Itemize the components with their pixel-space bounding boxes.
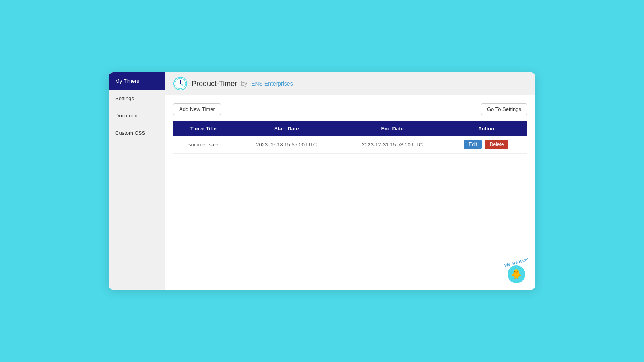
sidebar: My Timers Settings Document Custom CSS	[109, 72, 165, 290]
content-area: Add New Timer Go To Settings Timer Title…	[165, 95, 535, 290]
sidebar-item-document[interactable]: Document	[109, 107, 165, 124]
app-window: My Timers Settings Document Custom CSS	[109, 72, 535, 290]
chat-avatar[interactable]: 🐥	[508, 265, 525, 283]
cell-action: Edit Delete	[445, 136, 527, 154]
col-timer-title: Timer Title	[173, 121, 233, 136]
main-content: Product-Timer by ENS Enterprises Add New…	[165, 72, 535, 290]
timers-table: Timer Title Start Date End Date Action s…	[173, 121, 527, 154]
go-to-settings-button[interactable]: Go To Settings	[481, 103, 527, 115]
col-end-date: End Date	[339, 121, 445, 136]
window-layout: My Timers Settings Document Custom CSS	[109, 72, 535, 290]
table-row: summer sale 2023-05-18 15:55:00 UTC 2023…	[173, 136, 527, 154]
sidebar-item-my-timers[interactable]: My Timers	[109, 72, 165, 90]
cell-end-date: 2023-12-31 15:53:00 UTC	[339, 136, 445, 154]
chat-duck-icon: 🐥	[511, 269, 522, 280]
header: Product-Timer by ENS Enterprises	[165, 72, 535, 95]
col-action: Action	[445, 121, 527, 136]
clock-icon	[173, 76, 188, 91]
chat-widget[interactable]: We Are Here! 🐥	[504, 260, 529, 283]
add-new-timer-button[interactable]: Add New Timer	[173, 103, 221, 115]
sidebar-item-settings[interactable]: Settings	[109, 90, 165, 107]
header-brand: ENS Enterprises	[251, 80, 293, 87]
app-title: Product-Timer	[192, 80, 237, 88]
cell-title: summer sale	[173, 136, 233, 154]
table-header-row: Timer Title Start Date End Date Action	[173, 121, 527, 136]
toolbar: Add New Timer Go To Settings	[173, 103, 527, 115]
edit-button[interactable]: Edit	[464, 140, 482, 149]
svg-point-4	[180, 83, 181, 84]
col-start-date: Start Date	[233, 121, 339, 136]
delete-button[interactable]: Delete	[485, 140, 509, 149]
header-by: by	[241, 80, 247, 87]
cell-start-date: 2023-05-18 15:55:00 UTC	[233, 136, 339, 154]
sidebar-item-custom-css[interactable]: Custom CSS	[109, 124, 165, 142]
